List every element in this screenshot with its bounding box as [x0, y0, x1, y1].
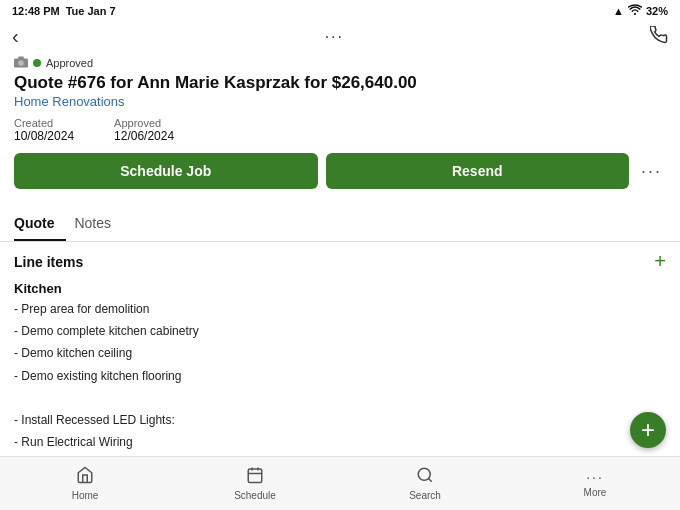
- search-label: Search: [409, 490, 441, 501]
- add-line-item-button[interactable]: +: [654, 250, 666, 273]
- status-dot: [33, 59, 41, 67]
- action-buttons: Schedule Job Resend ···: [14, 153, 666, 189]
- created-date: Created 10/08/2024: [14, 117, 74, 143]
- svg-point-1: [18, 60, 24, 66]
- status-left: 12:48 PM Tue Jan 7: [12, 5, 116, 17]
- quote-subtitle: Home Renovations: [14, 94, 666, 109]
- schedule-label: Schedule: [234, 490, 276, 501]
- top-nav: ‹ ···: [0, 21, 680, 54]
- phone-icon[interactable]: [650, 26, 668, 48]
- content-area: Line items + Kitchen - Prep area for dem…: [0, 242, 680, 492]
- item-1: - Prep area for demolition: [14, 300, 666, 319]
- approved-label2: Approved: [114, 117, 174, 129]
- dates-row: Created 10/08/2024 Approved 12/06/2024: [14, 117, 666, 143]
- item-5: [14, 389, 666, 408]
- schedule-job-button[interactable]: Schedule Job: [14, 153, 318, 189]
- item-4: - Demo existing kitchen flooring: [14, 367, 666, 386]
- svg-line-8: [428, 478, 431, 481]
- item-6: - Install Recessed LED Lights:: [14, 411, 666, 430]
- day: Tue Jan 7: [66, 5, 116, 17]
- nav-more[interactable]: ··· More: [510, 465, 680, 502]
- resend-button[interactable]: Resend: [326, 153, 630, 189]
- more-label: More: [584, 487, 607, 498]
- quote-title: Quote #676 for Ann Marie Kasprzak for $2…: [14, 73, 666, 93]
- nav-schedule[interactable]: Schedule: [170, 462, 340, 505]
- status-right: ▲ 32%: [613, 4, 668, 17]
- home-icon: [76, 466, 94, 488]
- more-dots-button[interactable]: ···: [325, 28, 344, 46]
- svg-rect-3: [248, 469, 262, 483]
- bottom-nav: Home Schedule Search ··· More: [0, 456, 680, 510]
- approved-label: Approved: [46, 57, 93, 69]
- approved-badge: Approved: [14, 56, 666, 70]
- created-label: Created: [14, 117, 74, 129]
- battery-icon: 32%: [646, 5, 668, 17]
- header-section: Approved Quote #676 for Ann Marie Kasprz…: [0, 54, 680, 197]
- status-bar: 12:48 PM Tue Jan 7 ▲ 32%: [0, 0, 680, 21]
- tabs: Quote Notes: [0, 207, 680, 242]
- created-value: 10/08/2024: [14, 129, 74, 143]
- fab-button[interactable]: +: [630, 412, 666, 448]
- signal-icon: ▲: [613, 5, 624, 17]
- kitchen-section-title: Kitchen: [14, 281, 666, 296]
- tab-quote[interactable]: Quote: [14, 207, 66, 241]
- camera-icon: [14, 56, 28, 70]
- nav-home[interactable]: Home: [0, 462, 170, 505]
- wifi-icon: [628, 4, 642, 17]
- svg-point-7: [418, 468, 430, 480]
- time: 12:48 PM: [12, 5, 60, 17]
- nav-search[interactable]: Search: [340, 462, 510, 505]
- tab-notes[interactable]: Notes: [74, 207, 123, 241]
- action-more-button[interactable]: ···: [637, 161, 666, 182]
- svg-rect-2: [18, 56, 24, 59]
- item-7: - Run Electrical Wiring: [14, 433, 666, 452]
- line-items-title: Line items: [14, 254, 83, 270]
- schedule-icon: [246, 466, 264, 488]
- search-icon: [416, 466, 434, 488]
- more-icon: ···: [586, 469, 604, 485]
- nav-right: [650, 26, 668, 48]
- item-3: - Demo kitchen ceiling: [14, 344, 666, 363]
- approved-date: Approved 12/06/2024: [114, 117, 174, 143]
- home-label: Home: [72, 490, 99, 501]
- back-button[interactable]: ‹: [12, 25, 19, 48]
- item-2: - Demo complete kitchen cabinetry: [14, 322, 666, 341]
- line-items-header: Line items +: [14, 250, 666, 273]
- approved-value: 12/06/2024: [114, 129, 174, 143]
